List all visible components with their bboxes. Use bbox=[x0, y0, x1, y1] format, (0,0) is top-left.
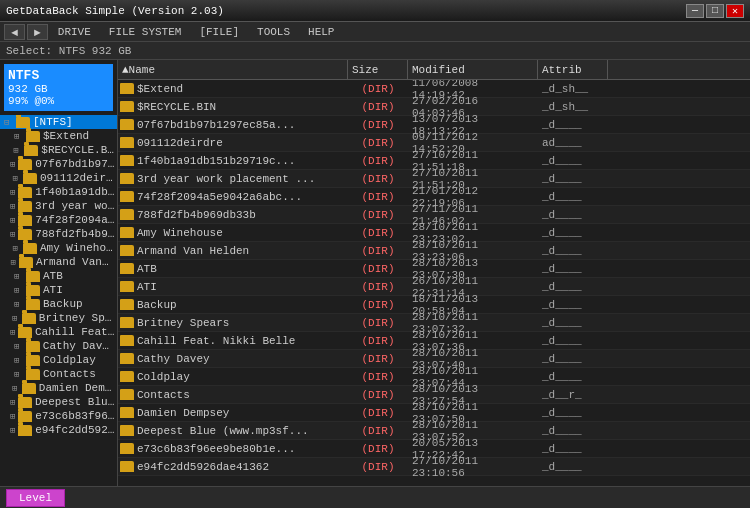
tree-item[interactable]: ⊞1f40b1a91db151b297 bbox=[0, 185, 117, 199]
folder-icon bbox=[120, 83, 134, 94]
tree-item[interactable]: ⊞Amy Winehouse bbox=[0, 241, 117, 255]
file-name-cell: Deepest Blue (www.mp3sf... bbox=[118, 425, 348, 437]
menu-tools[interactable]: TOOLS bbox=[249, 24, 298, 40]
tree-item[interactable]: ⊞$Extend bbox=[0, 129, 117, 143]
col-header-name[interactable]: ▲Name bbox=[118, 60, 348, 79]
file-attrib-cell: _d____ bbox=[538, 191, 608, 203]
tree-item[interactable]: ⊞Deepest Blue (www.m bbox=[0, 395, 117, 409]
file-name-cell: Britney Spears bbox=[118, 317, 348, 329]
menu-drive[interactable]: DRIVE bbox=[50, 24, 99, 40]
folder-tree[interactable]: ⊟[NTFS]⊞$Extend⊞$RECYCLE.BIN⊞07f67bd1b97… bbox=[0, 115, 117, 486]
tree-item[interactable]: ⊟[NTFS] bbox=[0, 115, 117, 129]
tree-item[interactable]: ⊞Damien Dempsey bbox=[0, 381, 117, 395]
tree-item-label: Amy Winehouse bbox=[40, 242, 115, 254]
nav-back-button[interactable]: ◄ bbox=[4, 24, 25, 40]
tree-item[interactable]: ⊞Cathy Davey bbox=[0, 339, 117, 353]
column-headers: ▲Name Size Modified Attrib bbox=[118, 60, 750, 80]
col-header-size[interactable]: Size bbox=[348, 60, 408, 79]
file-name-cell: Coldplay bbox=[118, 371, 348, 383]
tree-item[interactable]: ⊞07f67bd1b97b1297ed bbox=[0, 157, 117, 171]
minimize-button[interactable]: — bbox=[686, 4, 704, 18]
col-header-modified[interactable]: Modified bbox=[408, 60, 538, 79]
file-name-label: Cahill Feat. Nikki Belle bbox=[137, 335, 295, 347]
tree-item[interactable]: ⊞Britney Spears bbox=[0, 311, 117, 325]
table-row[interactable]: e94fc2dd5926dae41362(DIR)27/10/2011 23:1… bbox=[118, 458, 750, 476]
tree-expand-icon: ⊞ bbox=[14, 341, 26, 352]
tree-item-label: $Extend bbox=[43, 130, 89, 142]
nav-forward-button[interactable]: ► bbox=[27, 24, 48, 40]
tree-item-label: [NTFS] bbox=[33, 116, 73, 128]
folder-icon bbox=[18, 187, 32, 198]
folder-icon bbox=[120, 407, 134, 418]
tree-expand-icon: ⊞ bbox=[12, 313, 22, 324]
file-size-cell: (DIR) bbox=[348, 317, 408, 329]
tree-item-label: $RECYCLE.BIN bbox=[41, 144, 115, 156]
file-name-cell: e73c6b83f96ee9be80b1e... bbox=[118, 443, 348, 455]
drive-info: NTFS 932 GB 99% @0% bbox=[4, 64, 113, 111]
menu-help[interactable]: HELP bbox=[300, 24, 342, 40]
file-size-cell: (DIR) bbox=[348, 155, 408, 167]
file-name-cell: 74f28f2094a5e9042a6abc... bbox=[118, 191, 348, 203]
col-header-attrib[interactable]: Attrib bbox=[538, 60, 608, 79]
tree-item[interactable]: ⊞e73c6b83f96ee9be80 bbox=[0, 409, 117, 423]
tree-item[interactable]: ⊞ATB bbox=[0, 269, 117, 283]
tree-item-label: Backup bbox=[43, 298, 83, 310]
file-name-cell: e94fc2dd5926dae41362 bbox=[118, 461, 348, 473]
menu-filesystem[interactable]: FILE SYSTEM bbox=[101, 24, 190, 40]
tree-item[interactable]: ⊞Contacts bbox=[0, 367, 117, 381]
file-size-cell: (DIR) bbox=[348, 389, 408, 401]
folder-icon bbox=[120, 317, 134, 328]
file-name-label: Coldplay bbox=[137, 371, 190, 383]
file-name-label: 74f28f2094a5e9042a6abc... bbox=[137, 191, 302, 203]
tree-item[interactable]: ⊞Coldplay bbox=[0, 353, 117, 367]
tree-expand-icon: ⊞ bbox=[10, 397, 18, 408]
folder-icon bbox=[26, 271, 40, 282]
tree-expand-icon: ⊟ bbox=[4, 117, 16, 128]
file-name-label: Backup bbox=[137, 299, 177, 311]
file-size-cell: (DIR) bbox=[348, 335, 408, 347]
file-size-cell: (DIR) bbox=[348, 443, 408, 455]
file-name-label: 1f40b1a91db151b29719c... bbox=[137, 155, 295, 167]
maximize-button[interactable]: □ bbox=[706, 4, 724, 18]
tree-item[interactable]: ⊞74f28f2094a5e9042a bbox=[0, 213, 117, 227]
folder-icon bbox=[120, 137, 134, 148]
file-name-label: Amy Winehouse bbox=[137, 227, 223, 239]
file-name-label: Cathy Davey bbox=[137, 353, 210, 365]
tree-item[interactable]: ⊞Cahill Feat. Nikki Belle bbox=[0, 325, 117, 339]
tree-item[interactable]: ⊞3rd year work placem bbox=[0, 199, 117, 213]
folder-icon bbox=[18, 229, 32, 240]
tree-item[interactable]: ⊞$RECYCLE.BIN bbox=[0, 143, 117, 157]
file-attrib-cell: _d____ bbox=[538, 443, 608, 455]
file-name-label: 788fd2fb4b969db33b bbox=[137, 209, 256, 221]
folder-icon bbox=[120, 371, 134, 382]
file-attrib-cell: _d____ bbox=[538, 317, 608, 329]
tree-item[interactable]: ⊞Backup bbox=[0, 297, 117, 311]
tree-item[interactable]: ⊞091112deirdre bbox=[0, 171, 117, 185]
file-attrib-cell: _d____ bbox=[538, 263, 608, 275]
folder-icon bbox=[120, 299, 134, 310]
tree-item[interactable]: ⊞788fd2fb4b969db33b bbox=[0, 227, 117, 241]
menu-file[interactable]: [FILE] bbox=[191, 24, 247, 40]
tree-item-label: e73c6b83f96ee9be80 bbox=[35, 410, 115, 422]
file-name-cell: Contacts bbox=[118, 389, 348, 401]
file-list[interactable]: $Extend(DIR)11/06/2008 14:19:42_d_sh__$R… bbox=[118, 80, 750, 486]
bottom-bar: Level bbox=[0, 486, 750, 508]
tree-item[interactable]: ⊞e94fc2dd5926dae413 bbox=[0, 423, 117, 437]
folder-icon bbox=[120, 191, 134, 202]
file-attrib-cell: _d_sh__ bbox=[538, 101, 608, 113]
tree-item-label: Damien Dempsey bbox=[39, 382, 115, 394]
level-button[interactable]: Level bbox=[6, 489, 65, 507]
file-attrib-cell: _d____ bbox=[538, 209, 608, 221]
file-name-cell: Cathy Davey bbox=[118, 353, 348, 365]
close-button[interactable]: ✕ bbox=[726, 4, 744, 18]
tree-item[interactable]: ⊞ATI bbox=[0, 283, 117, 297]
folder-icon bbox=[26, 285, 40, 296]
file-attrib-cell: _d____ bbox=[538, 281, 608, 293]
tree-item[interactable]: ⊞Armand Van Helden bbox=[0, 255, 117, 269]
folder-icon bbox=[120, 263, 134, 274]
title-bar: GetDataBack Simple (Version 2.03) — □ ✕ bbox=[0, 0, 750, 22]
tree-item-label: ATB bbox=[43, 270, 63, 282]
file-attrib-cell: _d____ bbox=[538, 335, 608, 347]
tree-expand-icon: ⊞ bbox=[10, 159, 18, 170]
drive-size: 932 GB bbox=[8, 83, 109, 95]
